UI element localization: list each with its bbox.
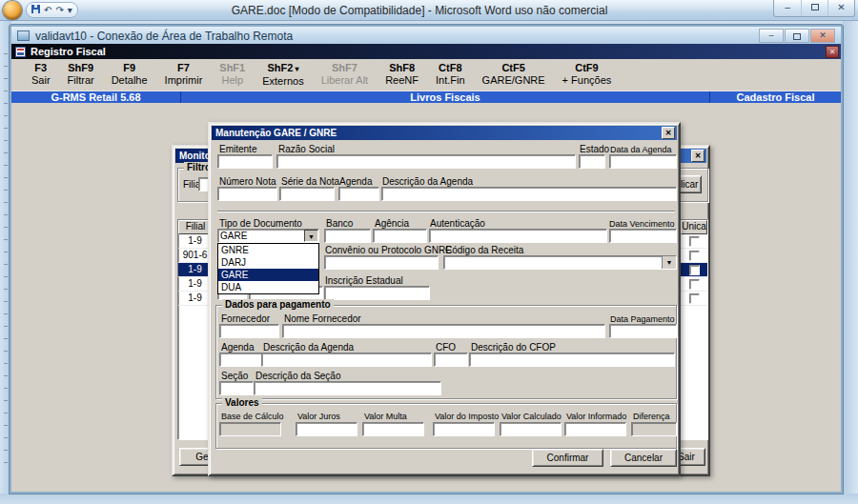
unica-checkbox[interactable]: [689, 293, 700, 304]
agenda-pagamento-label: Agenda: [221, 342, 254, 353]
codigo-da-receita-combo[interactable]: ▼: [443, 255, 677, 270]
statusbar-context: Cadastro Fiscal: [710, 91, 841, 103]
valor-calculado-input[interactable]: [500, 422, 562, 436]
office-button-icon[interactable]: [3, 1, 22, 20]
qat-dropdown-icon[interactable]: ▾: [68, 3, 72, 17]
dropdown-option-gnre[interactable]: GNRE: [218, 244, 318, 256]
agencia-input[interactable]: [373, 229, 427, 243]
valor-informado-label: Valor Informado: [566, 412, 626, 421]
maximize-icon[interactable]: [801, 0, 827, 16]
cfo-input[interactable]: [434, 353, 468, 367]
razao-social-label: Razão Social: [278, 144, 335, 154]
status-bar: G-RMS Retail 5.68 Livros Fiscais Cadastr…: [11, 91, 841, 103]
descricao-da-secao-label: Descrição da Seção: [255, 371, 341, 381]
rdp-maximize-icon[interactable]: [785, 29, 809, 43]
separator: [217, 211, 675, 212]
nome-fornecedor-label: Nome Fornecedor: [284, 313, 361, 324]
dialog-titlebar[interactable]: Manutenção GARE / GNRE ✕: [212, 126, 677, 140]
dialog-close-icon[interactable]: ✕: [662, 127, 675, 139]
combo-dropdown-icon[interactable]: ▼: [304, 230, 318, 242]
rdp-window-controls: – ✕: [758, 29, 835, 43]
app-close-button[interactable]: ✕: [826, 46, 839, 58]
razao-social-input[interactable]: [276, 154, 576, 169]
save-icon[interactable]: [31, 3, 40, 17]
toolbar-button-mais-funcoes[interactable]: CtF9 + Funções: [554, 62, 621, 87]
fornecedor-input[interactable]: [219, 324, 279, 338]
cancelar-button[interactable]: Cancelar: [610, 449, 677, 467]
dropdown-option-darj[interactable]: DARJ: [218, 256, 318, 269]
rdp-minimize-icon[interactable]: –: [759, 29, 784, 43]
toolbar-button-filtrar[interactable]: ShF9 Filtrar: [59, 62, 103, 87]
function-key-toolbar: F3 Sair ShF9 Filtrar F9 Detalhe F7 Impri…: [11, 59, 841, 91]
autenticacao-label: Autenticação: [430, 218, 485, 229]
toolbar-button-sair[interactable]: F3 Sair: [23, 62, 59, 87]
valor-multa-input[interactable]: [362, 422, 424, 436]
monitor-close-icon[interactable]: ✕: [691, 150, 705, 162]
app-titlebar[interactable]: Registro Fiscal ✕: [11, 44, 841, 59]
emitente-label: Emitente: [219, 144, 256, 154]
valor-do-imposto-input[interactable]: [433, 422, 495, 436]
word-window-title: GARE.doc [Modo de Compatibilidade] - Mic…: [105, 4, 734, 17]
descricao-do-cfop-input[interactable]: [469, 353, 675, 367]
redo-icon[interactable]: ↷: [55, 3, 63, 17]
gare-gnre-dialog: Manutenção GARE / GNRE ✕ Emitente Razão …: [208, 122, 681, 476]
word-titlebar: ↶ ↷ ▾ GARE.doc [Modo de Compatibilidade]…: [0, 0, 858, 21]
tipo-de-documento-label: Tipo de Documento: [219, 218, 302, 229]
unica-checkbox[interactable]: [689, 251, 700, 261]
diferenca-label: Diferença: [633, 412, 670, 421]
valores-legend: Valores: [222, 397, 262, 408]
unica-checkbox[interactable]: [689, 265, 700, 275]
valor-informado-input[interactable]: [564, 422, 626, 436]
data-pagamento-input[interactable]: [609, 324, 677, 338]
tipo-de-documento-combo[interactable]: GARE ▼: [217, 229, 319, 243]
tipo-documento-dropdown-list: GNRE DARJ GARE DUA: [217, 243, 319, 294]
autenticacao-input[interactable]: [429, 229, 607, 243]
unica-checkbox[interactable]: [689, 236, 700, 247]
fornecedor-label: Fornecedor: [221, 313, 270, 324]
toolbar-button-imprimir[interactable]: F7 Imprimir: [156, 62, 212, 87]
confirmar-button[interactable]: Confirmar: [532, 449, 603, 467]
numero-nota-label: Número Nota: [219, 176, 276, 187]
grid-header-unica[interactable]: Única: [681, 220, 707, 234]
descricao-da-secao-input[interactable]: [254, 381, 441, 395]
data-vencimento-input[interactable]: [609, 229, 677, 243]
toolbar-button-reenf[interactable]: ShF8 ReeNF: [377, 62, 427, 87]
secao-input[interactable]: [219, 381, 254, 395]
statusbar-module: Livros Fiscais: [181, 91, 710, 103]
valor-juros-input[interactable]: [296, 422, 358, 436]
descricao-da-agenda-input[interactable]: [381, 187, 677, 201]
undo-icon[interactable]: ↶: [44, 3, 51, 17]
toolbar-button-detalhe[interactable]: F9 Detalhe: [103, 62, 156, 87]
screen: ↶ ↷ ▾ GARE.doc [Modo de Compatibilidade]…: [0, 0, 858, 504]
nome-fornecedor-input[interactable]: [282, 324, 605, 338]
toolbar-button-externos[interactable]: ShF2▾ Externos: [254, 62, 312, 88]
rdp-close-icon[interactable]: ✕: [810, 29, 835, 43]
app-icon: [15, 47, 26, 57]
close-icon[interactable]: ✕: [827, 0, 854, 16]
emitente-input[interactable]: [217, 154, 273, 169]
estado-input[interactable]: [579, 154, 605, 169]
numero-nota-input[interactable]: [217, 187, 277, 201]
descricao-agenda-pagamento-input[interactable]: [261, 353, 432, 367]
dropdown-option-gare[interactable]: GARE: [218, 269, 318, 281]
serie-da-nota-label: Série da Nota: [281, 176, 339, 187]
codigo-da-receita-label: Código da Receita: [445, 245, 523, 255]
combo-dropdown-icon[interactable]: ▼: [662, 256, 676, 269]
serie-da-nota-input[interactable]: [279, 187, 335, 201]
banco-label: Banco: [326, 218, 353, 229]
rdp-titlebar[interactable]: validavt10 - Conexão de Área de Trabalho…: [11, 27, 841, 46]
toolbar-button-gare-gnre[interactable]: CtF5 GARE/GNRE: [474, 62, 554, 87]
inscricao-estadual-label: Inscrição Estadual: [325, 275, 403, 286]
agenda-input[interactable]: [338, 187, 379, 201]
agenda-pagamento-input[interactable]: [219, 353, 262, 367]
banco-input[interactable]: [324, 229, 371, 243]
convenio-input[interactable]: [324, 255, 439, 270]
word-right-edge[interactable]: [843, 21, 858, 494]
inscricao-estadual-input[interactable]: [324, 286, 430, 300]
data-da-agenda-input[interactable]: [609, 154, 677, 169]
dropdown-option-dua[interactable]: DUA: [218, 281, 318, 293]
data-pagamento-label: Data Pagamento: [610, 314, 675, 324]
toolbar-button-intfin[interactable]: CtF8 Int.Fin: [427, 62, 474, 87]
unica-checkbox[interactable]: [689, 279, 700, 290]
minimize-icon[interactable]: –: [774, 0, 801, 16]
